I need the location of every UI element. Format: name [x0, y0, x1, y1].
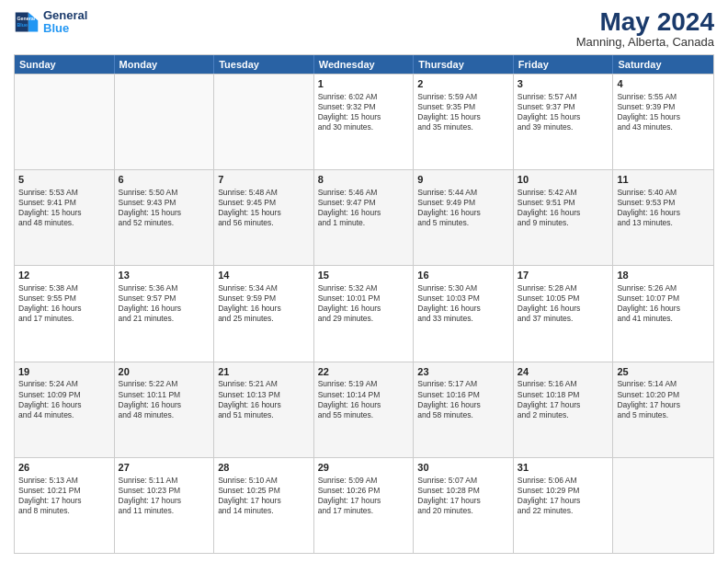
day-number: 17 [518, 269, 609, 282]
weekday-header-saturday: Saturday [613, 55, 713, 74]
location: Manning, Alberta, Canada [576, 35, 714, 49]
weekday-header-wednesday: Wednesday [314, 55, 415, 74]
calendar-cell-day-24: 24Sunrise: 5:16 AMSunset: 10:18 PMDaylig… [514, 362, 614, 457]
day-info: Sunrise: 5:46 AMSunset: 9:47 PMDaylight:… [318, 188, 410, 228]
calendar-cell-day-21: 21Sunrise: 5:21 AMSunset: 10:13 PMDaylig… [214, 362, 314, 457]
day-info: Sunrise: 5:14 AMSunset: 10:20 PMDaylight… [617, 379, 710, 419]
day-number: 25 [617, 365, 710, 379]
month-title: May 2024 [576, 9, 714, 35]
day-info: Sunrise: 5:09 AMSunset: 10:26 PMDaylight… [318, 476, 410, 516]
calendar-cell-day-15: 15Sunrise: 5:32 AMSunset: 10:01 PMDaylig… [314, 266, 415, 361]
day-info: Sunrise: 5:06 AMSunset: 10:29 PMDaylight… [518, 476, 609, 516]
day-info: Sunrise: 5:34 AMSunset: 9:59 PMDaylight:… [218, 283, 310, 324]
calendar-cell-day-30: 30Sunrise: 5:07 AMSunset: 10:28 PMDaylig… [414, 458, 514, 553]
weekday-header-monday: Monday [115, 55, 215, 74]
logo: General Blue General Blue [14, 9, 87, 36]
calendar-cell-day-18: 18Sunrise: 5:26 AMSunset: 10:07 PMDaylig… [613, 266, 713, 361]
day-info: Sunrise: 6:02 AMSunset: 9:32 PMDaylight:… [318, 92, 410, 132]
calendar-cell-day-19: 19Sunrise: 5:24 AMSunset: 10:09 PMDaylig… [15, 362, 115, 457]
calendar-cell-day-1: 1Sunrise: 6:02 AMSunset: 9:32 PMDaylight… [314, 75, 415, 169]
day-info: Sunrise: 5:26 AMSunset: 10:07 PMDaylight… [617, 283, 710, 324]
day-number: 24 [518, 365, 609, 379]
calendar-cell-day-13: 13Sunrise: 5:36 AMSunset: 9:57 PMDayligh… [115, 266, 215, 361]
logo-text-line1: General [43, 9, 87, 22]
calendar-cell-day-9: 9Sunrise: 5:44 AMSunset: 9:49 PMDaylight… [414, 170, 514, 265]
day-number: 1 [318, 77, 410, 91]
day-info: Sunrise: 5:30 AMSunset: 10:03 PMDaylight… [417, 283, 509, 324]
day-info: Sunrise: 5:28 AMSunset: 10:05 PMDaylight… [518, 283, 609, 324]
day-number: 12 [18, 269, 110, 282]
day-info: Sunrise: 5:57 AMSunset: 9:37 PMDaylight:… [518, 92, 609, 132]
day-number: 2 [417, 77, 509, 91]
svg-text:Blue: Blue [17, 23, 28, 29]
day-info: Sunrise: 5:53 AMSunset: 9:41 PMDaylight:… [18, 188, 110, 228]
svg-text:General: General [17, 17, 36, 22]
calendar-cell-day-10: 10Sunrise: 5:42 AMSunset: 9:51 PMDayligh… [514, 170, 614, 265]
weekday-header-friday: Friday [514, 55, 614, 74]
day-info: Sunrise: 5:11 AMSunset: 10:23 PMDaylight… [119, 476, 210, 516]
calendar-row-3: 12Sunrise: 5:38 AMSunset: 9:55 PMDayligh… [15, 265, 713, 361]
calendar-cell-day-14: 14Sunrise: 5:34 AMSunset: 9:59 PMDayligh… [214, 266, 314, 361]
day-info: Sunrise: 5:24 AMSunset: 10:09 PMDaylight… [18, 379, 110, 419]
day-number: 9 [417, 173, 509, 187]
day-number: 26 [18, 461, 110, 475]
day-number: 18 [617, 269, 710, 282]
calendar-cell-day-29: 29Sunrise: 5:09 AMSunset: 10:26 PMDaylig… [314, 458, 415, 553]
calendar-cell-empty [214, 75, 314, 169]
day-number: 8 [318, 173, 410, 187]
calendar-cell-day-26: 26Sunrise: 5:13 AMSunset: 10:21 PMDaylig… [15, 458, 115, 553]
day-info: Sunrise: 5:42 AMSunset: 9:51 PMDaylight:… [518, 188, 609, 228]
calendar-cell-day-8: 8Sunrise: 5:46 AMSunset: 9:47 PMDaylight… [314, 170, 415, 265]
calendar-cell-day-25: 25Sunrise: 5:14 AMSunset: 10:20 PMDaylig… [613, 362, 713, 457]
header: General Blue General Blue May 2024 Manni… [14, 9, 714, 49]
day-number: 3 [518, 77, 609, 91]
day-info: Sunrise: 5:44 AMSunset: 9:49 PMDaylight:… [417, 188, 509, 228]
day-number: 7 [218, 173, 310, 187]
day-info: Sunrise: 5:59 AMSunset: 9:35 PMDaylight:… [417, 92, 509, 132]
day-number: 6 [119, 173, 210, 187]
calendar-row-4: 19Sunrise: 5:24 AMSunset: 10:09 PMDaylig… [15, 362, 713, 457]
calendar-row-5: 26Sunrise: 5:13 AMSunset: 10:21 PMDaylig… [15, 457, 713, 553]
day-info: Sunrise: 5:50 AMSunset: 9:43 PMDaylight:… [119, 188, 210, 228]
day-number: 11 [617, 173, 710, 187]
calendar-cell-day-16: 16Sunrise: 5:30 AMSunset: 10:03 PMDaylig… [414, 266, 514, 361]
day-number: 14 [218, 269, 310, 282]
header-right: May 2024 Manning, Alberta, Canada [576, 9, 714, 49]
calendar-cell-empty [115, 75, 215, 169]
day-number: 30 [417, 461, 509, 475]
logo-text-line2: Blue [43, 22, 87, 35]
calendar-cell-day-17: 17Sunrise: 5:28 AMSunset: 10:05 PMDaylig… [514, 266, 614, 361]
day-info: Sunrise: 5:21 AMSunset: 10:13 PMDaylight… [218, 379, 310, 419]
day-number: 16 [417, 269, 509, 282]
calendar-cell-day-2: 2Sunrise: 5:59 AMSunset: 9:35 PMDaylight… [414, 75, 514, 169]
day-number: 28 [218, 461, 310, 475]
calendar-row-2: 5Sunrise: 5:53 AMSunset: 9:41 PMDaylight… [15, 169, 713, 265]
calendar-cell-day-5: 5Sunrise: 5:53 AMSunset: 9:41 PMDaylight… [15, 170, 115, 265]
day-number: 4 [617, 77, 710, 91]
calendar: SundayMondayTuesdayWednesdayThursdayFrid… [14, 54, 714, 554]
day-number: 5 [18, 173, 110, 187]
weekday-header-sunday: Sunday [15, 55, 115, 74]
day-info: Sunrise: 5:16 AMSunset: 10:18 PMDaylight… [518, 379, 609, 419]
day-info: Sunrise: 5:07 AMSunset: 10:28 PMDaylight… [417, 476, 509, 516]
calendar-cell-day-7: 7Sunrise: 5:48 AMSunset: 9:45 PMDaylight… [214, 170, 314, 265]
calendar-cell-day-3: 3Sunrise: 5:57 AMSunset: 9:37 PMDaylight… [514, 75, 614, 169]
calendar-cell-day-22: 22Sunrise: 5:19 AMSunset: 10:14 PMDaylig… [314, 362, 415, 457]
calendar-cell-day-31: 31Sunrise: 5:06 AMSunset: 10:29 PMDaylig… [514, 458, 614, 553]
calendar-cell-day-6: 6Sunrise: 5:50 AMSunset: 9:43 PMDaylight… [115, 170, 215, 265]
day-number: 27 [119, 461, 210, 475]
day-info: Sunrise: 5:36 AMSunset: 9:57 PMDaylight:… [119, 283, 210, 324]
calendar-body: 1Sunrise: 6:02 AMSunset: 9:32 PMDaylight… [15, 74, 713, 553]
day-number: 13 [119, 269, 210, 282]
calendar-cell-day-27: 27Sunrise: 5:11 AMSunset: 10:23 PMDaylig… [115, 458, 215, 553]
day-info: Sunrise: 5:10 AMSunset: 10:25 PMDaylight… [218, 476, 310, 516]
weekday-header-thursday: Thursday [414, 55, 514, 74]
calendar-header: SundayMondayTuesdayWednesdayThursdayFrid… [15, 55, 713, 74]
day-number: 20 [119, 365, 210, 379]
day-number: 21 [218, 365, 310, 379]
calendar-cell-empty [613, 458, 713, 553]
day-number: 15 [318, 269, 410, 282]
day-info: Sunrise: 5:38 AMSunset: 9:55 PMDaylight:… [18, 283, 110, 324]
calendar-cell-day-23: 23Sunrise: 5:17 AMSunset: 10:16 PMDaylig… [414, 362, 514, 457]
calendar-cell-day-20: 20Sunrise: 5:22 AMSunset: 10:11 PMDaylig… [115, 362, 215, 457]
